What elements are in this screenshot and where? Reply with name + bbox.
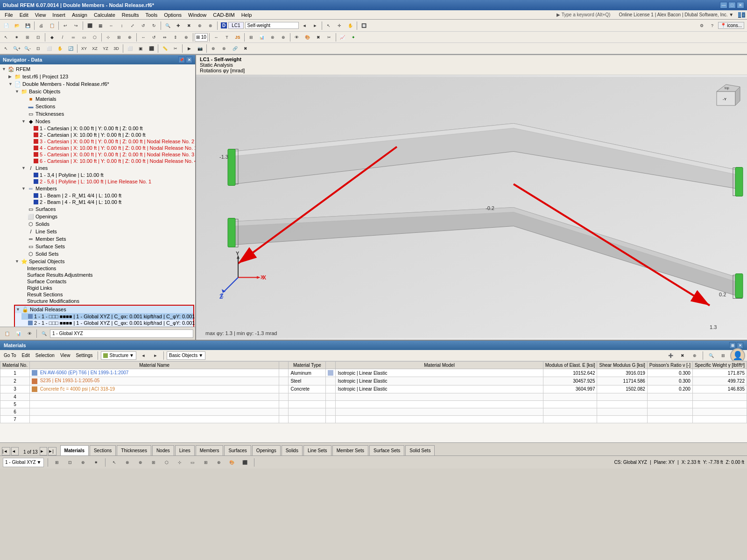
view-menu[interactable]: View bbox=[58, 352, 72, 358]
panel-close[interactable]: ✕ bbox=[737, 342, 743, 349]
lc-prev[interactable]: ◄ bbox=[299, 21, 310, 31]
tree-surfaces[interactable]: ▭Surfaces bbox=[21, 205, 194, 213]
st-btn11[interactable]: ▭ bbox=[188, 457, 198, 468]
tb2-scale[interactable]: ⇕ bbox=[170, 32, 181, 42]
mem-toggle[interactable]: ▼ bbox=[21, 186, 27, 191]
tree-member-sets[interactable]: ═Member Sets bbox=[21, 235, 194, 243]
navigation-cube[interactable]: -Y top bbox=[710, 80, 742, 112]
tb2-rf-green[interactable]: ✦ bbox=[348, 32, 359, 42]
tb3-zoom-all[interactable]: ⊡ bbox=[33, 43, 43, 54]
st-btn14[interactable]: 🎨 bbox=[227, 457, 237, 468]
tree-surf-contacts[interactable]: Surface Contacts bbox=[21, 278, 194, 285]
navigator-content[interactable]: ▼ 🏠 RFEM ▶ 📁 test.rf6 | Project 123 ▼ 📄 … bbox=[0, 64, 195, 327]
tab-sections[interactable]: Sections bbox=[90, 445, 116, 455]
tb-btn12[interactable]: ⊗ bbox=[205, 21, 216, 31]
tb3-paste-view[interactable]: ⊗ bbox=[219, 43, 229, 54]
nav-data-btn[interactable]: 📋 bbox=[2, 329, 12, 339]
tree-nr2[interactable]: 2 - 1 - □□□ ■■■■ | 1 - Global XYZ | C_φx… bbox=[21, 320, 193, 326]
st-btn3[interactable]: ⊕ bbox=[78, 457, 88, 468]
view-canvas[interactable]: X Z -1.3 -0.2 0.2 1.3 bbox=[196, 75, 747, 340]
tb2-visibility[interactable]: 👁 bbox=[292, 32, 302, 42]
tb3-shaded[interactable]: ▣ bbox=[135, 43, 146, 54]
save-button[interactable]: 💾 bbox=[22, 21, 33, 31]
spec-toggle[interactable]: ▼ bbox=[15, 259, 21, 264]
tree-node6[interactable]: 6 - Cartesian | X: 10.00 ft | Y: 0.00 ft… bbox=[27, 158, 194, 164]
nav-view-btn[interactable]: 👁 bbox=[24, 329, 35, 339]
tree-materials[interactable]: ■ Materials bbox=[21, 95, 194, 103]
tb-settings[interactable]: ⚙ bbox=[697, 21, 707, 31]
st-btn15[interactable]: ⬛ bbox=[240, 457, 250, 468]
table-row[interactable]: 1 EN AW-6060 (EP) T66 | EN 1999-1-1:2007… bbox=[0, 369, 747, 377]
tb3-copy-view[interactable]: ⊕ bbox=[208, 43, 218, 54]
tab-lines[interactable]: Lines bbox=[175, 445, 195, 455]
structure-dropdown[interactable]: Structure ▼ bbox=[101, 351, 136, 360]
tb-btn8[interactable]: 🔍 bbox=[162, 21, 173, 31]
tree-node5[interactable]: 5 - Cartesian | X: 0.00 ft | Y: 0.00 ft … bbox=[27, 151, 194, 158]
st-btn10[interactable]: ⊹ bbox=[175, 457, 185, 468]
tab-members[interactable]: Members bbox=[196, 445, 224, 455]
tree-member2[interactable]: 2 - Beam | 4 - R_M1 4/4 | L: 10.00 ft bbox=[27, 199, 194, 205]
st-btn6[interactable]: ⊗ bbox=[122, 457, 133, 468]
tree-solids[interactable]: ⬡Solids bbox=[21, 220, 194, 228]
bt-filter[interactable]: 🔍 bbox=[706, 350, 716, 361]
tree-surface-sets[interactable]: ▭Surface Sets bbox=[21, 243, 194, 250]
tree-line2[interactable]: 2 - 5,6 | Polyline | L: 10.00 ft | Line … bbox=[27, 178, 194, 185]
tb2-filter2[interactable]: ⊕ bbox=[278, 32, 289, 42]
tb2-btn4[interactable]: ⊡ bbox=[33, 32, 43, 42]
model-toggle[interactable]: ▼ bbox=[8, 82, 14, 86]
tree-sections[interactable]: ▬ Sections bbox=[21, 103, 194, 110]
tree-node3[interactable]: 3 - Cartesian | X: 0.00 ft | Y: 0.00 ft … bbox=[27, 138, 194, 145]
minimize-button[interactable]: — bbox=[720, 2, 727, 8]
tb3-unlink[interactable]: ✖ bbox=[240, 43, 251, 54]
tree-project[interactable]: ▶ 📁 test.rf6 | Project 123 bbox=[7, 73, 194, 80]
menu-edit[interactable]: Edit bbox=[17, 11, 31, 19]
lc-selector[interactable]: LC1 bbox=[228, 22, 243, 29]
tab-member-sets[interactable]: Member Sets bbox=[332, 445, 368, 455]
tb2-move[interactable]: ↔ bbox=[138, 32, 148, 42]
table-row[interactable]: 2 S235 | EN 1993-1-1:2005-05 Steel Isotr… bbox=[0, 377, 747, 385]
redo-button[interactable]: ↪ bbox=[71, 21, 81, 31]
selection-menu[interactable]: Selection bbox=[34, 352, 56, 358]
menu-view[interactable]: View bbox=[32, 11, 49, 19]
tb2-table[interactable]: ⊞ bbox=[246, 32, 256, 42]
lines-toggle[interactable]: ▼ bbox=[21, 166, 27, 170]
tb2-coord[interactable]: ⊹ bbox=[103, 32, 113, 42]
bt-next[interactable]: ► bbox=[150, 350, 161, 361]
goto-menu[interactable]: Go To bbox=[2, 352, 18, 358]
rfem-toggle[interactable]: ▼ bbox=[2, 67, 7, 71]
tree-intersections[interactable]: Intersections bbox=[21, 265, 194, 272]
maximize-button[interactable]: □ bbox=[728, 2, 736, 8]
tb2-surface[interactable]: ▭ bbox=[79, 32, 89, 42]
first-page-button[interactable]: |◄ bbox=[2, 447, 10, 455]
tb3-section-cut[interactable]: ✂ bbox=[170, 43, 181, 54]
tree-line-sets[interactable]: /Line Sets bbox=[21, 228, 194, 235]
print2-button[interactable]: 📋 bbox=[47, 21, 57, 31]
basic-objects-dropdown[interactable]: Basic Objects ▼ bbox=[167, 351, 205, 360]
nav-close-button[interactable]: ✕ bbox=[186, 56, 192, 63]
tb-btn4[interactable]: ↕ bbox=[117, 21, 127, 31]
st-btn2[interactable]: ⊡ bbox=[65, 457, 75, 468]
tb2-line[interactable]: / bbox=[57, 32, 68, 42]
tree-rfem[interactable]: ▼ 🏠 RFEM bbox=[1, 65, 194, 73]
tb-btn3[interactable]: ↔ bbox=[106, 21, 116, 31]
st-btn4[interactable]: ✷ bbox=[91, 457, 101, 468]
tree-members[interactable]: ▼ ═ Members bbox=[21, 185, 194, 192]
tree-surf-results[interactable]: Surface Results Adjustments bbox=[21, 272, 194, 278]
menu-file[interactable]: File bbox=[2, 11, 16, 19]
open-button[interactable]: 📂 bbox=[12, 21, 22, 31]
tb3-zoom-in[interactable]: 🔍+ bbox=[12, 43, 22, 54]
tab-openings[interactable]: Openings bbox=[252, 445, 281, 455]
nodes-toggle[interactable]: ▼ bbox=[21, 119, 27, 124]
tb-btn7[interactable]: ↻ bbox=[149, 21, 159, 31]
st-btn5[interactable]: ↖ bbox=[109, 457, 120, 468]
tb2-btn3[interactable]: ⊞ bbox=[22, 32, 33, 42]
tree-node1[interactable]: 1 - Cartesian | X: 0.00 ft | Y: 0.00 ft … bbox=[27, 125, 194, 132]
tb2-btn1[interactable]: ↖ bbox=[1, 32, 11, 42]
tb3-view-yz[interactable]: YZ bbox=[100, 43, 111, 54]
tb2-copy[interactable]: ⊕ bbox=[181, 32, 191, 42]
tb2-dimension[interactable]: ↔ bbox=[211, 32, 221, 42]
menu-insert[interactable]: Insert bbox=[49, 11, 68, 19]
bt-sort[interactable]: ⊞ bbox=[718, 350, 728, 361]
tb-render[interactable]: 🔲 bbox=[359, 21, 369, 31]
nav-results-btn[interactable]: 📊 bbox=[13, 329, 23, 339]
